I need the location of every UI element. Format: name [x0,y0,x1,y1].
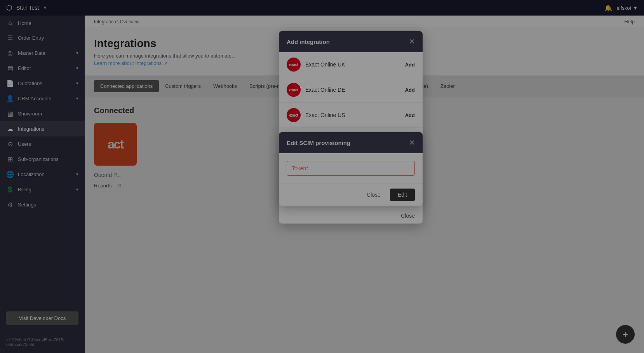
modal-overlay [0,0,644,353]
